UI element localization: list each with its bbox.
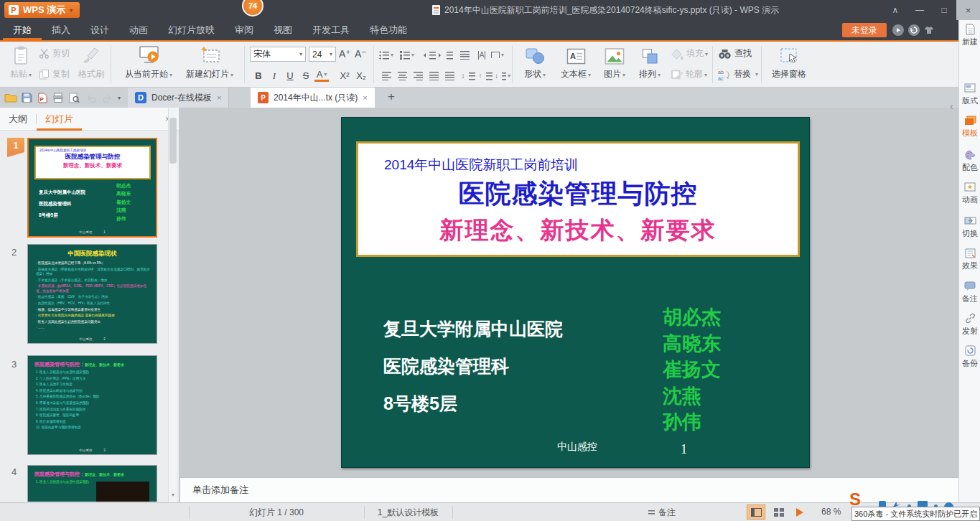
tab-current-presentation[interactable]: P 2014年中山...tx (只读) × bbox=[251, 88, 375, 108]
play-from-current-button[interactable]: 从当前开始 bbox=[118, 42, 179, 80]
tab-docer-templates[interactable]: D Docer-在线模板 × bbox=[128, 88, 229, 108]
tab-outline[interactable]: 大纲 bbox=[0, 108, 36, 131]
skin-icon[interactable] bbox=[923, 24, 935, 36]
outline-button[interactable]: 轮廓 bbox=[671, 68, 707, 80]
sidebar-item-layout[interactable]: 版式 bbox=[959, 82, 980, 106]
picture-button[interactable]: 图片 bbox=[599, 42, 630, 80]
template-name[interactable]: 1_默认设计模板 bbox=[364, 507, 452, 519]
decrease-indent-button[interactable] bbox=[421, 47, 437, 62]
sidebar-item-animation[interactable]: 动画 bbox=[959, 181, 980, 205]
current-slide[interactable]: 2014年中山医院新职工岗前培训 医院感染管理与防控 新理念、新技术、新要求 复… bbox=[341, 117, 810, 468]
sidebar-item-publish[interactable]: 发射 bbox=[959, 312, 980, 337]
save-button[interactable] bbox=[20, 91, 33, 104]
tab-special-features[interactable]: 特色功能 bbox=[360, 20, 417, 40]
distribute-text-button[interactable] bbox=[457, 47, 472, 62]
tab-animation[interactable]: 动画 bbox=[119, 20, 158, 40]
columns-button[interactable] bbox=[490, 47, 505, 62]
task-pane-collapse-handle[interactable]: ‹ bbox=[950, 100, 953, 112]
tab-review[interactable]: 审阅 bbox=[225, 20, 263, 40]
font-color-button[interactable]: A bbox=[314, 68, 329, 82]
panel-scrollbar[interactable]: ▾ bbox=[168, 108, 177, 502]
close-presentation-tab-icon[interactable]: × bbox=[363, 93, 367, 102]
para-spacing-before-button[interactable]: ↑ bbox=[477, 68, 493, 83]
tab-insert[interactable]: 插入 bbox=[42, 20, 80, 40]
line-spacing-button[interactable]: ↕ bbox=[460, 68, 476, 83]
italic-button[interactable]: I bbox=[267, 68, 281, 83]
login-button[interactable]: 未登录 bbox=[842, 23, 887, 37]
find-button[interactable]: 查找 bbox=[718, 47, 752, 60]
distribute-justify-button[interactable] bbox=[442, 68, 457, 83]
tab-slides[interactable]: 幻灯片 bbox=[37, 108, 82, 131]
redo-button[interactable] bbox=[101, 91, 113, 104]
paste-button[interactable]: 粘贴 bbox=[6, 42, 36, 80]
font-name-select[interactable]: 宋体▾ bbox=[250, 47, 306, 62]
shapes-button[interactable]: 形状 bbox=[517, 42, 553, 80]
print-preview-button[interactable] bbox=[67, 91, 80, 104]
selection-pane-button[interactable]: 选择窗格 bbox=[767, 42, 811, 80]
justify-button[interactable] bbox=[426, 68, 442, 83]
superscript-button[interactable]: X² bbox=[337, 68, 352, 83]
print-button[interactable] bbox=[52, 91, 65, 104]
export-pdf-button[interactable]: P bbox=[36, 91, 49, 104]
copy-button[interactable]: 复制 bbox=[39, 68, 70, 80]
sidebar-item-effect[interactable]: 效果 bbox=[959, 247, 980, 271]
minimize-button[interactable]: — bbox=[907, 5, 932, 15]
bold-button[interactable]: B bbox=[251, 68, 266, 83]
normal-view-button[interactable] bbox=[747, 504, 765, 520]
textbox-button[interactable]: A 文本框 bbox=[556, 42, 596, 80]
notes-area[interactable]: 单击添加备注 bbox=[180, 477, 958, 502]
scrollbar-thumb[interactable] bbox=[169, 118, 177, 164]
tab-home[interactable]: 开始 bbox=[3, 20, 42, 40]
slide-sorter-button[interactable] bbox=[770, 504, 788, 520]
subscript-button[interactable]: X₂ bbox=[354, 68, 368, 83]
fill-button[interactable]: 填充 bbox=[671, 47, 708, 60]
sidebar-item-new[interactable]: 新建 bbox=[959, 23, 980, 47]
arrange-button[interactable]: 排列 bbox=[633, 42, 666, 80]
increase-font-button[interactable]: A⁺ bbox=[339, 48, 351, 60]
qat-more-caret-icon[interactable]: ▾ bbox=[115, 91, 123, 104]
underline-button[interactable]: U bbox=[283, 68, 297, 83]
tab-design[interactable]: 设计 bbox=[80, 20, 119, 40]
format-painter-button[interactable]: 格式刷 bbox=[75, 42, 108, 80]
slideshow-button[interactable] bbox=[791, 504, 810, 520]
tab-dev-tools[interactable]: 开发工具 bbox=[302, 20, 360, 40]
sidebar-item-transition[interactable]: 切换 bbox=[959, 215, 980, 239]
notes-toggle-button[interactable]: 备注 bbox=[645, 507, 676, 519]
numbering-button[interactable] bbox=[399, 47, 415, 62]
maximize-button[interactable]: □ bbox=[932, 5, 956, 15]
history-icon[interactable] bbox=[908, 24, 920, 36]
cut-button[interactable]: 剪切 bbox=[39, 47, 70, 60]
para-spacing-after-button[interactable]: ↓ bbox=[495, 68, 510, 83]
new-slide-button[interactable]: 新建幻灯片 bbox=[181, 42, 238, 80]
antivirus-notification[interactable]: 360杀毒 - 文件系统实时防护已开启 bbox=[851, 507, 980, 521]
sidebar-item-notes[interactable]: 备注 bbox=[959, 280, 980, 304]
close-button[interactable]: × bbox=[956, 0, 980, 20]
sidebar-item-template[interactable]: 模板 bbox=[959, 114, 980, 139]
align-center-button[interactable] bbox=[394, 68, 410, 83]
strikethrough-button[interactable]: S bbox=[299, 68, 313, 83]
tab-slideshow[interactable]: 幻灯片放映 bbox=[158, 20, 225, 40]
undo-button[interactable] bbox=[85, 91, 98, 104]
zoom-level[interactable]: 68 % bbox=[821, 507, 841, 517]
font-size-select[interactable]: 24▾ bbox=[309, 47, 336, 62]
replace-button[interactable]: abac 替换 bbox=[718, 68, 758, 80]
slide-thumbnail-1[interactable]: 2014年中山医院新职工岗前培训 医院感染管理与防控 新理念、新技术、新要求 复… bbox=[27, 138, 157, 238]
open-file-button[interactable] bbox=[4, 91, 17, 104]
align-right-button[interactable] bbox=[410, 68, 426, 83]
new-tab-button[interactable]: + bbox=[388, 90, 395, 104]
increase-indent-button[interactable] bbox=[438, 47, 454, 62]
sidebar-item-backup[interactable]: 备份 bbox=[959, 344, 980, 369]
slide-thumbnail-2[interactable]: 中国医院感染现状 医院感染总体发病率已经下降（8.6% vs 5%）器械相关感染… bbox=[27, 244, 157, 344]
tab-view[interactable]: 视图 bbox=[263, 20, 302, 40]
decrease-font-button[interactable]: A⁻ bbox=[355, 48, 367, 60]
scroll-down-icon[interactable]: ▾ bbox=[169, 492, 177, 498]
slide-thumbnail-4[interactable]: 医院感染管理与防控：新理念、新技术、新要求 1. 医务人员锐器伤与血源性感染预防 bbox=[27, 465, 157, 502]
bullets-button[interactable] bbox=[378, 47, 394, 62]
slide-title-box[interactable]: 2014年中山医院新职工岗前培训 医院感染管理与防控 新理念、新技术、新要求 bbox=[356, 141, 800, 257]
close-docer-tab-icon[interactable]: × bbox=[217, 93, 221, 102]
play-demo-icon[interactable] bbox=[892, 24, 904, 36]
app-menu-button[interactable]: P WPS 演示 ▾ bbox=[4, 2, 80, 18]
sidebar-item-color-scheme[interactable]: 配色 bbox=[959, 149, 980, 173]
text-direction-button[interactable]: A bbox=[474, 47, 490, 62]
align-left-button[interactable] bbox=[378, 68, 394, 83]
